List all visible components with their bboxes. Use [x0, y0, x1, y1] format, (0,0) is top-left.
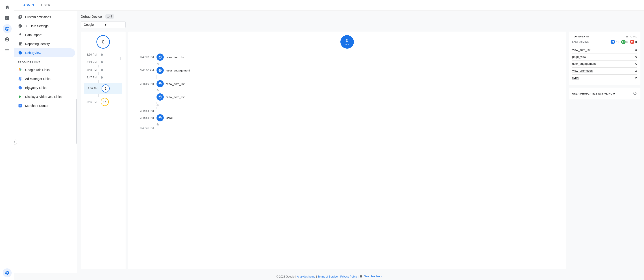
footer-copyright: © 2023 Google	[276, 275, 294, 278]
user-props-header: USER PROPERTIES ACTIVE NOW	[572, 91, 637, 96]
event-name-row-4: scroll	[572, 76, 579, 80]
event-row-2[interactable]: user_engagement 5	[572, 61, 637, 68]
sidebar-item-ad-manager[interactable]: Ad Manager Links	[14, 74, 77, 83]
merchant-center-icon	[18, 103, 22, 108]
nav-reports[interactable]	[3, 13, 12, 22]
event-row-1[interactable]: page_view 5	[572, 54, 637, 61]
data-settings-icon	[18, 24, 22, 28]
event-name-row-2: user_engagement	[572, 62, 596, 66]
count-green: 6	[626, 40, 628, 44]
debug-badge: 144	[106, 14, 114, 18]
debug-header: Debug Device 144	[81, 14, 640, 18]
count-badge-green: 6	[621, 40, 628, 44]
merchant-center-label: Merchant Center	[25, 104, 48, 107]
dot-349	[101, 61, 103, 63]
gap-1: 7s	[134, 62, 160, 65]
event-count-row-4: 2	[635, 76, 637, 80]
time-350: 3:50 PM	[84, 53, 97, 56]
ad-manager-label: Ad Manager Links	[25, 77, 50, 81]
event-time-3: 3:45:59 PM	[134, 82, 154, 85]
gap-6: 4s	[134, 123, 160, 126]
event-time-2: 3:46:00 PM	[134, 69, 154, 72]
back-button[interactable]	[14, 139, 17, 145]
count-345: 16	[101, 98, 109, 106]
sidebar-item-reporting-identity[interactable]: Reporting Identity	[14, 39, 77, 48]
user-props-title: USER PROPERTIES ACTIVE NOW	[572, 92, 615, 95]
event-count-row-1: 5	[635, 55, 637, 59]
tab-user[interactable]: USER	[38, 0, 54, 10]
custom-definitions-label: Custom definitions	[25, 15, 51, 19]
nav-home[interactable]	[3, 3, 12, 12]
sidebar-item-data-settings[interactable]: Data Settings	[14, 21, 77, 30]
footer-terms[interactable]: Terms of Service	[318, 275, 338, 278]
footer: © 2023 Google | Analytics home | Terms o…	[14, 273, 644, 280]
event-counts: 19 6	[610, 40, 637, 44]
device-select-value: Google	[84, 23, 102, 26]
display-video-icon	[18, 94, 22, 99]
scrollbar-track[interactable]	[76, 24, 77, 273]
event-icon-6	[156, 114, 164, 121]
event-name-2: user_engagement	[166, 69, 190, 72]
event-name-6: scroll	[166, 116, 173, 120]
custom-definitions-icon	[18, 15, 22, 19]
time-346: 3:46 PM	[85, 87, 98, 90]
event-icon-1	[156, 53, 164, 61]
event-icon-2	[156, 67, 164, 74]
ad-manager-icon	[18, 77, 22, 81]
data-import-icon	[18, 33, 22, 37]
bigquery-label: BigQuery Links	[25, 86, 46, 90]
nav-settings[interactable]	[3, 268, 12, 277]
event-row-4[interactable]: scroll 2	[572, 75, 637, 81]
event-row-3[interactable]: view_promotion 4	[572, 68, 637, 75]
top-events-card: TOP EVENTS 25 TOTAL LAST 30 MINS	[569, 31, 640, 85]
count-red: 0	[635, 40, 637, 44]
dot-350	[101, 53, 103, 56]
sidebar-item-custom-definitions[interactable]: Custom definitions	[14, 12, 77, 21]
event-row-0[interactable]: view_item_list 6	[572, 47, 637, 54]
data-import-label: Data Import	[25, 33, 42, 37]
timeline-panel: 0 3:50 PM	[81, 31, 126, 269]
event-icon-3	[156, 80, 164, 87]
nav-advertising[interactable]	[3, 35, 12, 44]
new-badge: 0 new	[340, 35, 354, 49]
reporting-identity-icon	[18, 42, 22, 46]
time-345: 3:45 PM	[84, 100, 97, 103]
debugview-label: DebugView	[25, 51, 41, 55]
sidebar-item-bigquery[interactable]: BigQuery Links	[14, 83, 77, 92]
count-blue: 19	[616, 40, 619, 44]
display-video-label: Display & Video 360 Links	[25, 95, 62, 99]
sidebar-item-data-import[interactable]: Data Import	[14, 30, 77, 39]
time-347: 3:47 PM	[84, 76, 97, 79]
device-select[interactable]: Google ▼	[81, 21, 126, 28]
last-mins-label: LAST 30 MINS	[572, 40, 588, 43]
event-list: view_item_list 6 page_view 5 user_engage…	[572, 47, 637, 81]
event-time-1: 3:46:07 PM	[134, 55, 154, 59]
top-events-total: 25 TOTAL	[626, 35, 637, 38]
sidebar-item-debugview[interactable]: DebugView	[14, 48, 75, 57]
google-ads-label: Google Ads Links	[25, 68, 50, 72]
event-count-row-2: 5	[635, 62, 637, 66]
sidebar-item-display-video[interactable]: Display & Video 360 Links	[14, 92, 77, 101]
nav-configure[interactable]	[3, 46, 12, 55]
gap-3: 5s	[134, 89, 160, 92]
product-links-section: PRODUCT LINKS	[14, 57, 77, 65]
footer-privacy[interactable]: Privacy Policy	[340, 275, 357, 278]
dot-347	[101, 76, 103, 79]
footer-feedback[interactable]: Send feedback	[364, 275, 382, 278]
tab-admin[interactable]: ADMIN	[20, 0, 38, 10]
nav-explore[interactable]	[3, 24, 12, 33]
dropdown-icon: ▼	[104, 23, 123, 26]
event-count-row-3: 4	[635, 69, 637, 73]
event-time-6: 3:45:53 PM	[134, 116, 154, 119]
sidebar-item-merchant-center[interactable]: Merchant Center	[14, 101, 77, 110]
bigquery-icon	[18, 86, 22, 90]
event-name-row-1: page_view	[572, 55, 586, 59]
count-badge-red: 0	[630, 40, 637, 44]
footer-analytics-home[interactable]: Analytics home	[297, 275, 315, 278]
sidebar: Custom definitions Data Settings Da	[14, 11, 77, 273]
scrollbar-thumb[interactable]	[76, 99, 77, 144]
svg-marker-1	[19, 95, 22, 98]
sidebar-item-google-ads[interactable]: Google Ads Links	[14, 65, 77, 74]
dot-348	[101, 69, 103, 71]
user-props-history-icon[interactable]	[633, 91, 637, 96]
